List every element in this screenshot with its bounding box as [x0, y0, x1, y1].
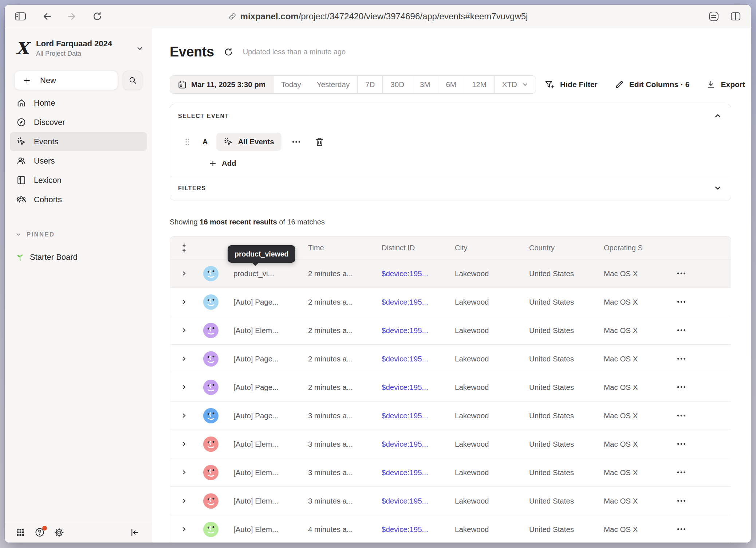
column-header-city[interactable]: City — [455, 244, 529, 252]
row-actions-icon[interactable] — [677, 272, 688, 275]
add-event-button[interactable]: Add — [209, 159, 252, 168]
filters-section[interactable]: FILTERS — [170, 176, 731, 200]
os-cell: Mac OS X — [604, 468, 670, 477]
country-cell: United States — [529, 383, 604, 392]
date-range-xtd[interactable]: XTD — [494, 76, 536, 93]
column-header-operating-s[interactable]: Operating S — [604, 244, 670, 252]
expand-row-icon[interactable] — [181, 356, 187, 362]
date-range-30d[interactable]: 30D — [382, 76, 412, 93]
collapse-rows-icon[interactable] — [181, 243, 188, 253]
back-icon[interactable] — [41, 11, 52, 22]
table-row[interactable]: [Auto] Page...3 minutes a...$device:195.… — [170, 402, 731, 430]
table-row[interactable]: [Auto] Elem...4 minutes a...$device:195.… — [170, 515, 731, 543]
distinct-id-link[interactable]: $device:195... — [382, 525, 455, 534]
distinct-id-link[interactable]: $device:195... — [382, 383, 455, 392]
date-range-yesterday[interactable]: Yesterday — [309, 76, 357, 93]
distinct-id-link[interactable]: $device:195... — [382, 269, 455, 278]
collapse-sidebar-icon[interactable] — [130, 528, 139, 537]
settings-gear-icon[interactable] — [54, 528, 64, 537]
pinned-section-header[interactable]: PINNED — [16, 231, 152, 238]
page-settings-icon[interactable] — [708, 11, 720, 22]
expand-row-icon[interactable] — [181, 526, 187, 532]
row-actions-icon[interactable] — [677, 442, 688, 446]
row-actions-icon[interactable] — [677, 385, 688, 389]
expand-row-icon[interactable] — [181, 412, 187, 419]
sidebar-item-lexicon[interactable]: Lexicon — [10, 171, 147, 190]
distinct-id-link[interactable]: $device:195... — [382, 411, 455, 420]
expand-row-icon[interactable] — [181, 441, 187, 447]
edit-columns-button[interactable]: Edit Columns · 6 — [614, 80, 690, 90]
expand-row-icon[interactable] — [181, 299, 187, 305]
select-event-label: SELECT EVENT — [178, 113, 723, 120]
chevron-down-icon[interactable] — [714, 184, 721, 192]
sidebar-toggle-icon[interactable] — [14, 11, 27, 22]
row-actions-icon[interactable] — [677, 499, 688, 502]
address-bar[interactable]: mixpanel.com/project/3472420/view/397469… — [228, 5, 528, 28]
expand-row-icon[interactable] — [181, 270, 187, 277]
distinct-id-link[interactable]: $device:195... — [382, 468, 455, 477]
column-header-country[interactable]: Country — [529, 244, 604, 252]
date-range-custom[interactable]: Mar 11, 2025 3:30 pm — [170, 76, 273, 93]
help-icon[interactable] — [35, 527, 45, 537]
distinct-id-link[interactable]: $device:195... — [382, 326, 455, 335]
project-name: Lord Farquaad 2024 — [36, 39, 131, 48]
distinct-id-link[interactable]: $device:195... — [382, 497, 455, 505]
column-header-distinct-id[interactable]: Distinct ID — [382, 244, 455, 252]
row-actions-icon[interactable] — [677, 329, 688, 332]
date-range-today[interactable]: Today — [273, 76, 309, 93]
reload-icon[interactable] — [92, 11, 103, 21]
table-row[interactable]: [Auto] Elem...2 minutes a...$device:195.… — [170, 316, 731, 345]
distinct-id-link[interactable]: $device:195... — [382, 440, 455, 449]
table-row[interactable]: [Auto] Elem...3 minutes a...$device:195.… — [170, 458, 731, 487]
apps-grid-icon[interactable] — [16, 528, 25, 537]
country-cell: United States — [529, 355, 604, 363]
refresh-icon[interactable] — [224, 47, 233, 57]
selected-event-name: All Events — [238, 137, 274, 146]
sidebar-item-discover[interactable]: Discover — [10, 113, 147, 132]
split-view-icon[interactable] — [730, 11, 741, 22]
project-switcher[interactable]: X Lord Farquaad 2024 All Project Data — [5, 28, 152, 58]
seedling-icon — [16, 253, 24, 262]
hide-filter-button[interactable]: Hide Filter — [544, 80, 598, 90]
row-actions-icon[interactable] — [677, 300, 688, 304]
date-range-3m[interactable]: 3M — [412, 76, 438, 93]
export-button[interactable]: Export — [706, 80, 745, 89]
distinct-id-link[interactable]: $device:195... — [382, 298, 455, 306]
date-range-7d[interactable]: 7D — [357, 76, 382, 93]
table-row[interactable]: [Auto] Elem...3 minutes a...$device:195.… — [170, 487, 731, 515]
expand-row-icon[interactable] — [181, 384, 187, 390]
row-actions-icon[interactable] — [677, 528, 688, 531]
event-selector[interactable]: All Events — [216, 133, 281, 151]
search-button[interactable] — [123, 71, 142, 90]
expand-row-icon[interactable] — [181, 469, 187, 475]
drag-handle-icon[interactable] — [185, 138, 190, 146]
table-row[interactable]: [Auto] Page...2 minutes a...$device:195.… — [170, 345, 731, 373]
expand-row-icon[interactable] — [181, 498, 187, 504]
column-header-time[interactable]: Time — [308, 244, 382, 252]
row-actions-icon[interactable] — [677, 414, 688, 417]
sidebar-item-home[interactable]: Home — [10, 93, 147, 113]
distinct-id-link[interactable]: $device:195... — [382, 355, 455, 363]
row-actions-icon[interactable] — [677, 471, 688, 474]
row-actions-icon[interactable] — [677, 357, 688, 360]
table-row[interactable]: [Auto] Page...2 minutes a...$device:195.… — [170, 288, 731, 316]
plus-icon — [209, 159, 217, 168]
sidebar-item-users[interactable]: Users — [10, 151, 147, 171]
sidebar-item-cohorts[interactable]: Cohorts — [10, 190, 147, 209]
date-range-12m[interactable]: 12M — [464, 76, 494, 93]
more-options-icon[interactable] — [292, 140, 301, 144]
new-button[interactable]: New — [14, 71, 118, 90]
forward-icon[interactable] — [67, 11, 78, 22]
table-row[interactable]: [Auto] Elem...3 minutes a...$device:195.… — [170, 430, 731, 458]
country-cell: United States — [529, 298, 604, 306]
delete-clause-icon[interactable] — [315, 137, 324, 147]
time-cell: 4 minutes a... — [308, 525, 382, 534]
lexicon-icon — [16, 175, 26, 185]
chevron-up-icon[interactable] — [714, 112, 721, 120]
table-row[interactable]: [Auto] Page...2 minutes a...$device:195.… — [170, 373, 731, 402]
expand-row-icon[interactable] — [181, 327, 187, 333]
sidebar-item-events[interactable]: Events — [10, 132, 147, 151]
date-range-6m[interactable]: 6M — [438, 76, 464, 93]
sidebar: X Lord Farquaad 2024 All Project Data Ne… — [5, 28, 152, 543]
sidebar-item-starter-board[interactable]: Starter Board — [16, 253, 152, 262]
